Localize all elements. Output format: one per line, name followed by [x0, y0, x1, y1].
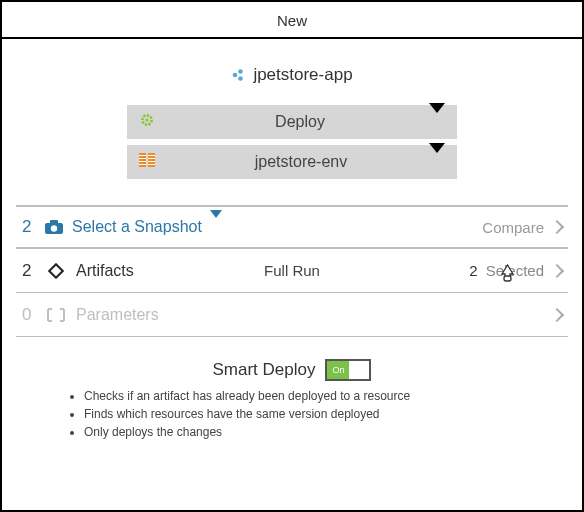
snapshot-row[interactable]: 2 Select a Snapshot Compare — [16, 205, 568, 249]
parameters-label: Parameters — [76, 306, 159, 324]
artifacts-label: Artifacts — [76, 262, 134, 280]
svg-point-0 — [233, 73, 238, 78]
chevron-right-icon — [550, 220, 564, 234]
chevron-right-icon — [550, 307, 564, 321]
artifacts-selected-label: Selected — [486, 262, 544, 279]
svg-point-2 — [239, 76, 244, 81]
list-item: Only deploys the changes — [84, 423, 526, 441]
list-item: Finds which resources have the same vers… — [84, 405, 526, 423]
brackets-icon — [46, 308, 66, 322]
svg-rect-14 — [148, 164, 155, 165]
environment-select[interactable]: jpetstore-env — [127, 145, 457, 179]
dialog-content: jpetstore-app Deploy jpetstore-env 2 — [2, 39, 582, 451]
select-group: Deploy jpetstore-env — [16, 105, 568, 179]
snapshot-count: 2 — [22, 217, 36, 237]
artifacts-selected-count: 2 — [469, 262, 477, 279]
svg-point-4 — [145, 118, 148, 121]
parameters-row[interactable]: 0 Parameters — [16, 293, 568, 337]
svg-point-1 — [239, 69, 244, 74]
snapshot-label[interactable]: Select a Snapshot — [72, 218, 202, 236]
svg-rect-11 — [148, 155, 155, 156]
compare-link[interactable]: Compare — [482, 219, 544, 236]
environment-select-label: jpetstore-env — [157, 153, 445, 171]
svg-rect-18 — [49, 264, 63, 278]
artifacts-mode: Full Run — [264, 262, 320, 279]
smart-deploy-bullets: Checks if an artifact has already been d… — [84, 387, 526, 441]
snapshot-left: 2 Select a Snapshot — [22, 217, 222, 237]
chevron-down-icon — [210, 218, 222, 236]
app-name: jpetstore-app — [253, 65, 352, 85]
svg-rect-13 — [148, 161, 155, 162]
dialog-title: New — [277, 12, 307, 29]
parameters-count: 0 — [22, 305, 36, 325]
chevron-down-icon — [429, 153, 445, 171]
component-icon — [231, 68, 245, 82]
dialog-header: New — [2, 2, 582, 39]
smart-deploy-title: Smart Deploy — [213, 360, 316, 380]
svg-rect-9 — [139, 164, 146, 165]
action-select[interactable]: Deploy — [127, 105, 457, 139]
svg-rect-12 — [148, 158, 155, 159]
chevron-down-icon — [429, 113, 445, 131]
svg-point-17 — [51, 225, 57, 231]
artifacts-row[interactable]: 2 Artifacts Full Run 2 Selected — [16, 249, 568, 293]
list-item: Checks if an artifact has already been d… — [84, 387, 526, 405]
toggle-on-label: On — [327, 361, 349, 379]
svg-rect-16 — [50, 220, 58, 224]
svg-rect-6 — [139, 155, 146, 156]
smart-deploy-toggle[interactable]: On — [325, 359, 371, 381]
diamond-icon — [46, 263, 66, 279]
svg-rect-8 — [139, 161, 146, 162]
svg-rect-7 — [139, 158, 146, 159]
app-title: jpetstore-app — [16, 65, 568, 85]
chevron-right-icon — [550, 263, 564, 277]
gear-icon — [139, 112, 155, 132]
artifacts-count: 2 — [22, 261, 36, 281]
environment-icon — [139, 153, 157, 171]
smart-deploy-section: Smart Deploy On Checks if an artifact ha… — [16, 359, 568, 441]
action-select-label: Deploy — [155, 113, 445, 131]
camera-icon — [44, 219, 64, 235]
